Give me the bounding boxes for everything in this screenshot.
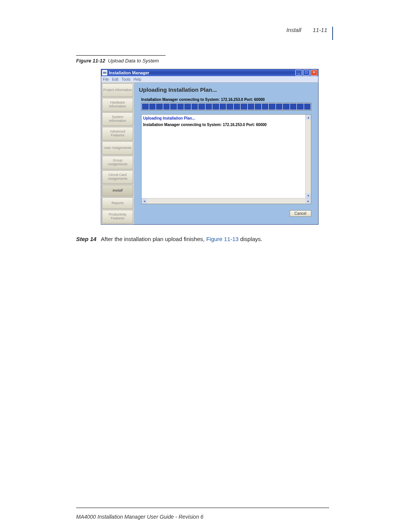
sidebar-item-user-assignments[interactable]: User Assignments: [102, 141, 133, 155]
progress-block: [206, 104, 212, 110]
title-bar: IM Installation Manager _ □ ✕: [101, 69, 318, 76]
minimize-button[interactable]: _: [295, 70, 302, 76]
scrollbar-horizontal[interactable]: ◂ ▸: [142, 198, 311, 204]
progress-block: [198, 104, 205, 110]
window-title: Installation Manager: [109, 70, 295, 75]
sidebar-item-reports[interactable]: Reports: [102, 197, 133, 209]
progress-block: [297, 104, 304, 110]
figure-rule: [76, 55, 166, 56]
progress-block: [191, 104, 198, 110]
progress-block: [234, 104, 241, 110]
menu-edit[interactable]: Edit: [112, 77, 118, 81]
menu-file[interactable]: File: [103, 77, 109, 81]
figure-ref-link[interactable]: Figure 11-13: [206, 236, 239, 242]
step-14: Step 14 After the installation plan uplo…: [76, 235, 327, 243]
scroll-down-icon[interactable]: ▾: [306, 193, 311, 198]
figure-caption: Figure 11-12 Upload Data to System: [76, 58, 327, 64]
header-section: Install: [286, 27, 301, 33]
log-title: Uploading Installation Plan...: [143, 116, 309, 120]
progress-block: [304, 104, 311, 110]
scrollbar-vertical[interactable]: ▴ ▾: [305, 115, 311, 198]
progress-block: [220, 104, 226, 110]
menu-tools[interactable]: Tools: [121, 77, 130, 81]
progress-block: [276, 104, 283, 110]
progress-block: [255, 104, 261, 110]
progress-block: [262, 104, 269, 110]
progress-block: [226, 104, 233, 110]
progress-block: [241, 104, 247, 110]
sidebar-item-project-information[interactable]: Project Information: [102, 83, 133, 97]
log-box: Uploading Installation Plan... Installat…: [141, 114, 311, 204]
sidebar-item-group-assignments[interactable]: Group Assignments: [102, 156, 133, 169]
progress-block: [212, 104, 219, 110]
scroll-up-icon[interactable]: ▴: [306, 115, 311, 120]
sidebar-item-install[interactable]: Install: [102, 185, 133, 197]
progress-block: [149, 104, 156, 110]
cancel-button[interactable]: Cancel: [290, 210, 311, 217]
header-rule: [332, 27, 333, 40]
menu-bar: File Edit Tools Help: [101, 76, 318, 83]
progress-block: [283, 104, 290, 110]
maximize-button[interactable]: □: [303, 70, 310, 76]
progress-bar: [141, 103, 311, 110]
sidebar-item-productivity-features[interactable]: Productivity Features: [102, 210, 133, 224]
progress-block: [248, 104, 255, 110]
sidebar-item-system-information[interactable]: System Information: [102, 112, 133, 126]
log-line: Installation Manager connecting to Syste…: [143, 123, 309, 127]
footer-text: MA4000 Installation Manager User Guide -…: [76, 514, 204, 520]
app-window: IM Installation Manager _ □ ✕ File Edit …: [101, 69, 319, 225]
sidebar-item-hardware-information[interactable]: Hardware Information: [102, 98, 133, 112]
scroll-left-icon[interactable]: ◂: [142, 198, 147, 204]
menu-help[interactable]: Help: [134, 77, 142, 81]
progress-label: Installation Manager connecting to Syste…: [141, 97, 314, 102]
sidebar-item-advanced-features[interactable]: Advanced Features: [102, 127, 133, 141]
progress-block: [170, 104, 177, 110]
progress-block: [142, 104, 149, 110]
progress-block: [269, 104, 276, 110]
header-page-number: 11-11: [313, 27, 327, 33]
app-icon: IM: [102, 70, 107, 75]
progress-block: [290, 104, 297, 110]
scroll-right-icon[interactable]: ▸: [306, 198, 311, 204]
close-button[interactable]: ✕: [311, 70, 317, 76]
progress-block: [177, 104, 184, 110]
progress-block: [163, 104, 170, 110]
panel-title: Uploading Installation Plan...: [139, 86, 314, 93]
sidebar: Project Information Hardware Information…: [101, 83, 134, 224]
sidebar-item-circuit-card-assignments[interactable]: Circuit Card Assignments: [102, 170, 133, 184]
footer-rule: [76, 508, 329, 508]
main-panel: Uploading Installation Plan... Installat…: [134, 83, 318, 224]
progress-block: [156, 104, 163, 110]
progress-block: [184, 104, 191, 110]
